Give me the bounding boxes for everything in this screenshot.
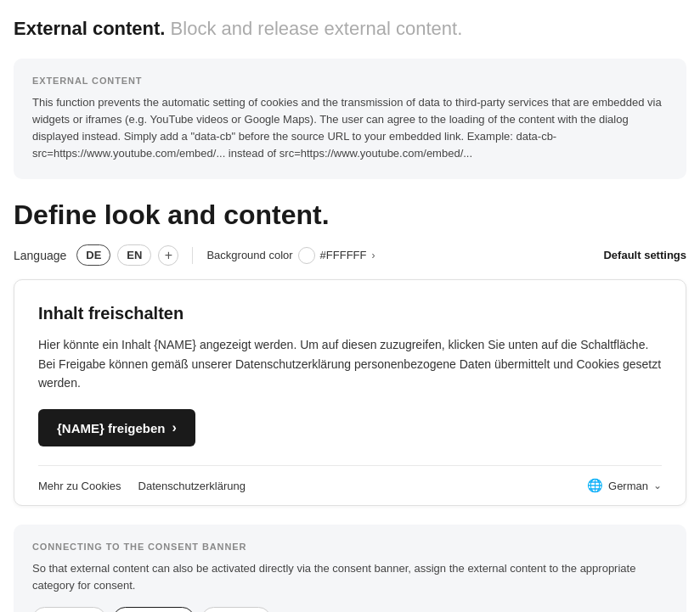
color-chevron-icon[interactable]: › [371,250,375,261]
footer-cookies-link[interactable]: Mehr zu Cookies [38,480,121,492]
footer-privacy-link[interactable]: Datenschutzerklärung [138,480,246,492]
category-tags-row: MarketingFunctionalStatisticsOFF [32,607,668,612]
consent-section-label: CONNECTING TO THE CONSENT BANNER [32,542,668,552]
bg-color-group: Background color #FFFFFF › [206,247,375,264]
color-hex-value: #FFFFFF [320,249,367,261]
release-button[interactable]: {NAME} freigeben › [38,409,195,446]
bg-color-label: Background color [206,249,292,261]
color-circle-icon[interactable] [298,247,315,264]
globe-icon: 🌐 [587,478,603,493]
vertical-divider [192,247,193,264]
controls-row: Language DE EN + Background color #FFFFF… [14,244,686,266]
external-content-description: This function prevents the automatic set… [32,94,668,163]
release-chevron-icon: › [172,420,177,435]
preview-title: Inhalt freischalten [38,304,662,323]
lang-de-button[interactable]: DE [76,244,110,266]
page-title: External content. Block and release exte… [14,17,686,42]
category-tag-marketing[interactable]: Marketing [32,607,106,612]
external-content-section: EXTERNAL CONTENT This function prevents … [14,59,686,180]
language-label: Language [14,249,66,262]
preview-card: Inhalt freischalten Hier könnte ein Inha… [14,279,686,506]
lang-add-button[interactable]: + [158,245,178,266]
preview-body: Hier könnte ein Inhalt {NAME} angezeigt … [38,335,662,392]
external-content-label: EXTERNAL CONTENT [32,76,668,86]
preview-footer: Mehr zu Cookies Datenschutzerklärung 🌐 G… [38,465,662,505]
default-settings-button[interactable]: Default settings [603,249,686,261]
lang-en-button[interactable]: EN [117,244,151,266]
footer-language-selector[interactable]: 🌐 German ⌄ [587,478,662,493]
category-tag-statistics[interactable]: Statistics [201,607,271,612]
consent-section: CONNECTING TO THE CONSENT BANNER So that… [14,525,686,612]
release-button-label: {NAME} freigeben [57,421,166,435]
define-heading: Define look and content. [14,199,686,231]
footer-lang-chevron-icon: ⌄ [653,480,662,491]
footer-lang-label: German [608,480,648,492]
category-tag-functional[interactable]: Functional [113,607,195,612]
category-tag-off[interactable]: OFF [278,608,324,612]
consent-section-description: So that external content can also be act… [32,560,668,594]
